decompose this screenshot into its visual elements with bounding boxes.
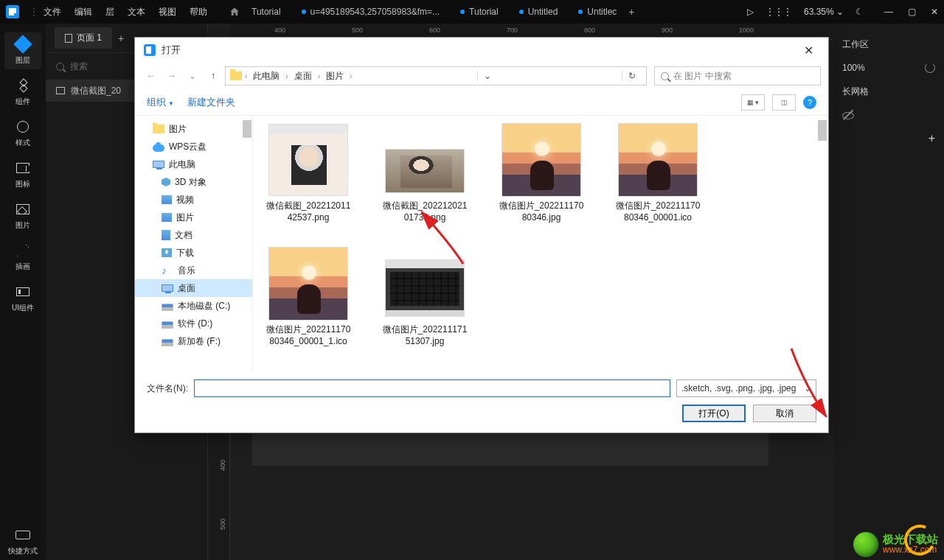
nav-recent-icon[interactable]: ⌄: [184, 67, 201, 85]
zoom-level[interactable]: 63.35% ⌄: [804, 7, 844, 17]
tree-item[interactable]: 本地磁盘 (C:): [135, 297, 252, 315]
zoom-pct[interactable]: 100%: [842, 63, 865, 73]
app-icon: [144, 44, 156, 56]
tree-item[interactable]: 3D 对象: [135, 173, 252, 191]
tab-tutorial-2[interactable]: Tutorial: [451, 7, 507, 17]
menu-layer[interactable]: 层: [105, 6, 114, 18]
tab-tutorial-1[interactable]: Tutorial: [243, 7, 290, 17]
menu-view[interactable]: 视图: [159, 6, 176, 18]
theme-icon[interactable]: ☾: [856, 7, 864, 17]
document-tabs: Tutorial u=495189543,257058983&fm=... Tu…: [229, 6, 747, 18]
dialog-toolbar: 组织▼ 新建文件夹 ▦ ▾ ◫ ?: [135, 89, 828, 116]
tree-item[interactable]: 软件 (D:): [135, 315, 252, 332]
search-icon: [56, 63, 64, 71]
tree-item[interactable]: 图片: [135, 120, 252, 138]
file-thumbnail: [502, 123, 581, 197]
menu-edit[interactable]: 编辑: [74, 6, 92, 18]
open-button[interactable]: 打开(O): [682, 405, 746, 422]
file-name: 微信图片_20221117080346.jpg: [498, 200, 585, 223]
play-icon[interactable]: ▷: [747, 7, 754, 17]
file-item[interactable]: 微信图片_20221117080346_00001_1.ico: [265, 247, 352, 347]
tree-item[interactable]: 新加卷 (F:): [135, 332, 252, 350]
app-logo: [6, 5, 19, 18]
tree-label: 下载: [176, 247, 194, 259]
tree-item[interactable]: 下载: [135, 244, 252, 262]
tree-item[interactable]: WPS云盘: [135, 138, 252, 155]
page-tab-1[interactable]: 页面 1: [55, 27, 112, 49]
tree-item[interactable]: 视频: [135, 191, 252, 209]
tool-icons[interactable]: 图标: [4, 156, 41, 193]
dialog-close-icon[interactable]: ✕: [798, 41, 819, 60]
ui-icon: [16, 287, 30, 296]
tool-ui-kits[interactable]: UI组件: [4, 280, 41, 317]
dialog-search[interactable]: 在 图片 中搜索: [654, 66, 821, 85]
preview-pane-button[interactable]: ◫: [772, 94, 796, 111]
tool-layers[interactable]: 图层: [4, 32, 41, 69]
filename-input[interactable]: [194, 379, 670, 397]
minimize-icon[interactable]: —: [884, 7, 893, 17]
tab-image[interactable]: u=495189543,257058983&fm=...: [293, 7, 449, 17]
crumb-desktop[interactable]: 桌面: [291, 70, 315, 83]
tree-item[interactable]: 桌面: [135, 279, 252, 297]
file-item[interactable]: 微信截图_20221201142537.png: [265, 123, 352, 223]
watermark-logo-icon: [853, 532, 878, 557]
nav-back-icon[interactable]: ←: [142, 67, 160, 85]
file-item[interactable]: 微信图片_20221117080346_00001.ico: [614, 123, 701, 223]
tree-item[interactable]: 文档: [135, 226, 252, 244]
keyboard-icon: [15, 531, 30, 539]
file-open-dialog: 打开 ✕ ← → ⌄ ↑ › 此电脑› 桌面› 图片› ⌄ ↻ 在 图片 中搜索…: [134, 37, 829, 433]
folder-tree[interactable]: 图片WPS云盘此电脑3D 对象视频图片文档下载♪音乐桌面本地磁盘 (C:)软件 …: [135, 116, 253, 372]
home-icon[interactable]: [229, 7, 240, 17]
tab-untitled-2[interactable]: Untitlec: [569, 7, 625, 17]
file-thumbnail: [385, 259, 465, 317]
top-controls: ▷ ⋮⋮⋮ 63.35% ⌄ ☾ — ▢ ✕: [747, 7, 938, 17]
nav-forward-icon: →: [163, 67, 181, 85]
close-icon[interactable]: ✕: [931, 7, 938, 17]
tool-shortcuts[interactable]: 快捷方式: [4, 523, 41, 560]
file-item[interactable]: 微信截图_20221202101736.png: [381, 123, 468, 223]
cancel-button[interactable]: 取消: [753, 405, 816, 422]
file-item[interactable]: 微信图片_20221117151307.jpg: [381, 247, 468, 347]
nav-up-icon[interactable]: ↑: [204, 67, 222, 85]
tool-images[interactable]: 图片: [4, 197, 41, 234]
tree-label: WPS云盘: [169, 141, 206, 153]
workspace-label: 工作区: [842, 38, 869, 51]
path-refresh-icon[interactable]: ↻: [622, 71, 642, 81]
view-mode-button[interactable]: ▦ ▾: [741, 94, 765, 111]
new-folder-button[interactable]: 新建文件夹: [187, 96, 235, 109]
tab-untitled-1[interactable]: Untitled: [510, 7, 567, 17]
menu-text[interactable]: 文本: [128, 6, 145, 18]
organize-button[interactable]: 组织▼: [147, 96, 174, 109]
help-icon[interactable]: ?: [803, 96, 816, 109]
tree-item[interactable]: 图片: [135, 209, 252, 226]
apps-icon[interactable]: ⋮⋮⋮: [766, 7, 792, 17]
tool-illustrations[interactable]: 插画: [4, 239, 41, 276]
app-topbar: ⋮ 文件 编辑 层 文本 视图 帮助 Tutorial u=495189543,…: [0, 0, 944, 24]
crumb-pictures[interactable]: 图片: [323, 70, 347, 83]
tool-components[interactable]: 组件: [4, 74, 41, 111]
add-tab-icon[interactable]: +: [628, 6, 634, 18]
tree-item[interactable]: ♪音乐: [135, 262, 252, 279]
file-thumbnail: [618, 123, 698, 197]
crumb-pc[interactable]: 此电脑: [250, 70, 282, 83]
tree-icon: [162, 248, 172, 257]
tree-item[interactable]: 此电脑: [135, 155, 252, 173]
file-grid[interactable]: 微信截图_20221201142537.png微信截图_202212021017…: [253, 116, 828, 372]
menu-help[interactable]: 帮助: [190, 6, 207, 18]
breadcrumb[interactable]: › 此电脑› 桌面› 图片› ⌄ ↻: [225, 66, 647, 85]
menu-file[interactable]: 文件: [44, 6, 61, 18]
maximize-icon[interactable]: ▢: [908, 7, 916, 17]
add-page-icon[interactable]: +: [118, 32, 124, 44]
path-dropdown-icon[interactable]: ⌄: [477, 71, 497, 81]
file-item[interactable]: 微信图片_20221117080346.jpg: [498, 123, 585, 223]
dialog-titlebar: 打开 ✕: [135, 38, 828, 63]
tool-styles[interactable]: 样式: [4, 115, 41, 152]
filename-label: 文件名(N):: [147, 382, 188, 395]
visibility-off-icon[interactable]: [842, 109, 854, 121]
tree-icon: [162, 230, 170, 240]
file-type-filter[interactable]: .sketch, .svg, .png, .jpg, .jpeg: [676, 379, 816, 397]
add-icon[interactable]: +: [929, 132, 935, 145]
refresh-icon[interactable]: [925, 63, 935, 73]
tree-label: 桌面: [178, 282, 195, 295]
tree-icon: [162, 339, 173, 346]
